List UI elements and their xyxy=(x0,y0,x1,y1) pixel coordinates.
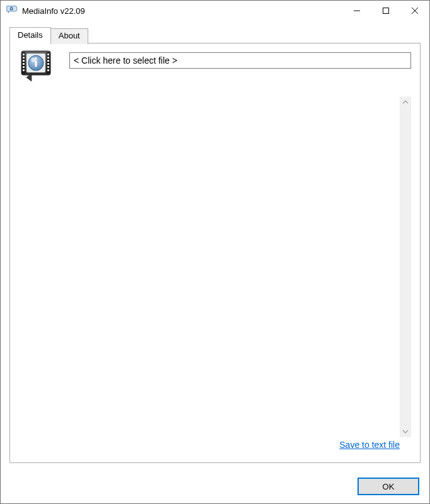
svg-rect-19 xyxy=(47,66,49,68)
content-area: Details About xyxy=(1,21,429,469)
svg-point-1 xyxy=(11,8,12,9)
scroll-up-icon xyxy=(400,96,411,108)
svg-rect-14 xyxy=(23,69,25,71)
mediainfo-logo-icon xyxy=(19,50,58,85)
file-select-input[interactable]: < Click here to select file > xyxy=(69,52,411,69)
svg-rect-17 xyxy=(47,60,49,62)
maximize-button[interactable] xyxy=(371,1,400,21)
svg-line-4 xyxy=(412,8,418,14)
svg-rect-15 xyxy=(47,54,49,55)
svg-rect-18 xyxy=(47,63,49,65)
app-window: MediaInfo v22.09 Details About xyxy=(0,0,430,504)
svg-rect-25 xyxy=(35,60,37,67)
close-button[interactable] xyxy=(400,1,429,21)
scroll-down-icon xyxy=(400,426,411,437)
file-select-placeholder: < Click here to select file > xyxy=(74,55,177,66)
save-to-text-link[interactable]: Save to text file xyxy=(339,440,400,450)
svg-rect-11 xyxy=(23,60,25,62)
svg-line-5 xyxy=(412,8,418,14)
svg-rect-10 xyxy=(23,57,25,59)
minimize-button[interactable] xyxy=(342,1,371,21)
info-display-area: Save to text file xyxy=(69,96,411,454)
svg-rect-24 xyxy=(35,58,37,60)
ok-button[interactable]: OK xyxy=(357,478,419,495)
footer: OK xyxy=(1,469,429,503)
close-icon xyxy=(411,7,419,14)
tab-details[interactable]: Details xyxy=(9,27,51,43)
svg-point-23 xyxy=(32,58,36,62)
tab-bar: Details About xyxy=(9,27,421,43)
vertical-scrollbar[interactable] xyxy=(400,96,411,437)
titlebar: MediaInfo v22.09 xyxy=(1,1,429,21)
maximize-icon xyxy=(382,7,390,14)
window-controls xyxy=(342,1,429,21)
svg-rect-3 xyxy=(383,8,389,14)
svg-rect-12 xyxy=(23,63,25,65)
app-icon xyxy=(6,5,18,16)
svg-rect-9 xyxy=(23,54,25,55)
file-select-row: < Click here to select file > xyxy=(19,52,411,85)
svg-rect-13 xyxy=(23,66,25,68)
tab-about[interactable]: About xyxy=(50,28,88,44)
window-title: MediaInfo v22.09 xyxy=(22,6,342,16)
svg-rect-16 xyxy=(47,57,49,59)
tab-panel-details: < Click here to select file > Save to te… xyxy=(9,43,421,463)
svg-rect-20 xyxy=(47,69,49,71)
minimize-icon xyxy=(353,7,361,14)
